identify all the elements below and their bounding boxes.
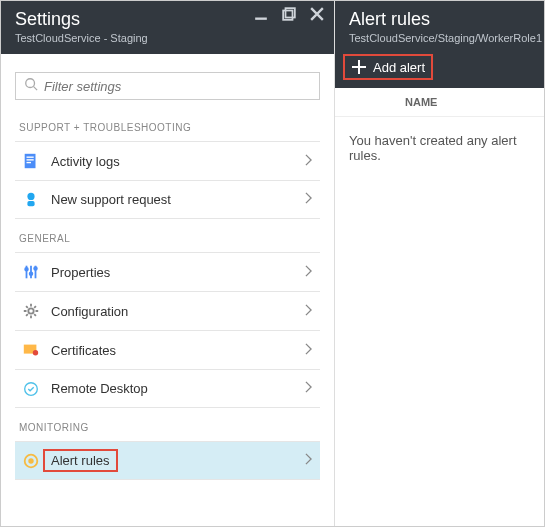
settings-item-certificates[interactable]: Certificates <box>15 330 320 369</box>
alert-subtitle: TestCloudService/Staging/WorkerRole1 <box>349 32 530 44</box>
svg-rect-7 <box>27 159 34 160</box>
minimize-icon[interactable] <box>254 7 268 23</box>
support-icon <box>21 190 41 210</box>
remote-desktop-icon <box>21 379 41 399</box>
settings-body: SUPPORT + TROUBLESHOOTING Activity logs … <box>1 54 334 526</box>
alert-rules-icon <box>21 451 41 471</box>
item-label: Alert rules <box>51 453 110 468</box>
activity-log-icon <box>21 151 41 171</box>
item-label: Certificates <box>51 343 305 358</box>
svg-rect-0 <box>255 18 267 20</box>
settings-item-support-request[interactable]: New support request <box>15 180 320 219</box>
settings-item-remote-desktop[interactable]: Remote Desktop <box>15 369 320 408</box>
item-label: Properties <box>51 265 305 280</box>
group-general: GENERAL <box>19 233 316 244</box>
filter-settings-input[interactable] <box>15 72 320 100</box>
restore-icon[interactable] <box>282 7 296 23</box>
item-label: New support request <box>51 192 305 207</box>
chevron-right-icon <box>305 453 312 468</box>
settings-item-alert-rules[interactable]: Alert rules <box>15 441 320 480</box>
properties-icon <box>21 262 41 282</box>
svg-rect-2 <box>286 8 295 17</box>
svg-point-14 <box>25 268 28 271</box>
svg-point-3 <box>26 79 35 88</box>
chevron-right-icon <box>305 343 312 358</box>
alert-rules-panel: Alert rules TestCloudService/Staging/Wor… <box>335 1 544 526</box>
group-support: SUPPORT + TROUBLESHOOTING <box>19 122 316 133</box>
close-icon[interactable] <box>310 7 324 23</box>
chevron-right-icon <box>305 265 312 280</box>
chevron-right-icon <box>305 192 312 207</box>
svg-point-19 <box>33 350 38 355</box>
column-header-name: NAME <box>335 88 544 117</box>
add-alert-button[interactable]: Add alert <box>343 54 433 80</box>
svg-line-4 <box>34 87 38 91</box>
add-alert-label: Add alert <box>373 60 425 75</box>
chevron-right-icon <box>305 381 312 396</box>
alert-header: Alert rules TestCloudService/Staging/Wor… <box>335 1 544 50</box>
alert-body: NAME You haven't created any alert rules… <box>335 88 544 179</box>
gear-icon <box>21 301 41 321</box>
certificate-icon <box>21 340 41 360</box>
svg-point-16 <box>34 267 37 270</box>
svg-point-15 <box>30 272 33 275</box>
settings-item-configuration[interactable]: Configuration <box>15 291 320 330</box>
settings-header: Settings TestCloudService - Staging <box>1 1 334 54</box>
svg-rect-5 <box>25 154 36 168</box>
settings-item-properties[interactable]: Properties <box>15 252 320 291</box>
filter-input-field[interactable] <box>44 79 311 94</box>
search-icon <box>24 77 44 95</box>
svg-point-9 <box>27 192 34 199</box>
svg-rect-24 <box>352 66 366 68</box>
window-controls <box>254 7 324 23</box>
item-label: Activity logs <box>51 154 305 169</box>
settings-item-activity-logs[interactable]: Activity logs <box>15 141 320 180</box>
settings-panel: Settings TestCloudService - Staging SUPP… <box>1 1 335 526</box>
svg-rect-6 <box>27 157 34 158</box>
item-label: Remote Desktop <box>51 381 305 396</box>
svg-rect-10 <box>27 200 34 205</box>
svg-point-22 <box>28 458 33 463</box>
alert-toolbar: Add alert <box>335 50 544 88</box>
item-label: Configuration <box>51 304 305 319</box>
empty-state-message: You haven't created any alert rules. <box>335 117 544 179</box>
svg-rect-8 <box>27 162 32 163</box>
chevron-right-icon <box>305 154 312 169</box>
svg-point-17 <box>28 308 33 313</box>
chevron-right-icon <box>305 304 312 319</box>
svg-rect-1 <box>283 11 292 20</box>
settings-subtitle: TestCloudService - Staging <box>15 32 320 44</box>
group-monitoring: MONITORING <box>19 422 316 433</box>
plus-icon <box>351 59 367 75</box>
alert-title: Alert rules <box>349 9 530 30</box>
